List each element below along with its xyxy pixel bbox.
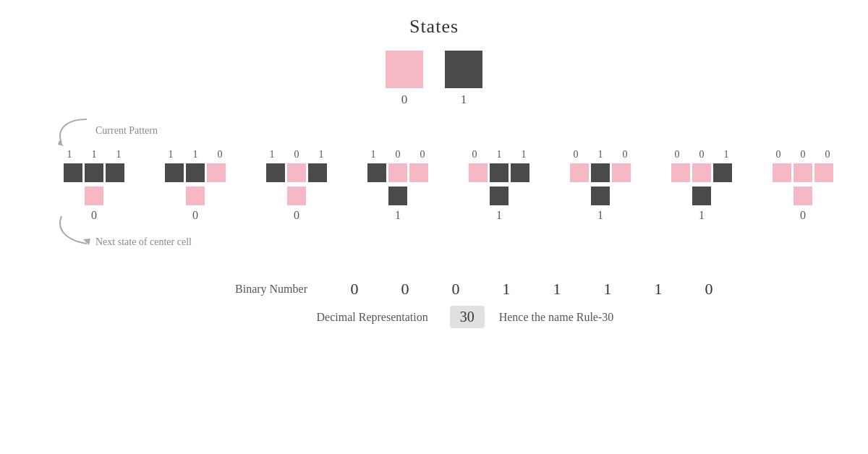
rule-6-cell-2 — [713, 163, 732, 182]
rule-2-bit-0: 1 — [263, 149, 281, 160]
rule-2-bit-2: 1 — [312, 149, 331, 160]
binary-val-7: 0 — [687, 280, 731, 299]
rule-4-cell-1 — [490, 163, 509, 182]
rule-7-result-label: 0 — [800, 209, 806, 222]
rule-0-cell-0 — [64, 163, 82, 182]
rule-0-result-cell — [85, 187, 103, 205]
rule-3-result-label: 1 — [395, 209, 401, 222]
rule-3-bit-1: 0 — [388, 149, 407, 160]
binary-row: Binary Number 00011110 — [43, 280, 854, 299]
binary-val-1: 0 — [383, 280, 427, 299]
rule-item-3: 1001 — [364, 149, 432, 222]
state-1-label: 1 — [461, 93, 467, 107]
binary-val-0: 0 — [333, 280, 376, 299]
binary-val-2: 0 — [434, 280, 477, 299]
rule-6-result-label: 1 — [699, 209, 705, 222]
rule-3-result-cell — [388, 187, 407, 205]
rule-7-bit-1: 0 — [793, 149, 812, 160]
rule-5-bit-1: 1 — [591, 149, 610, 160]
rule-3-bit-0: 1 — [364, 149, 383, 160]
rule-4-bit-0: 0 — [465, 149, 484, 160]
rule-item-6: 0011 — [668, 149, 736, 222]
state-0-cell — [386, 51, 423, 88]
rule-3-bit-2: 0 — [413, 149, 432, 160]
rule-5-bit-0: 0 — [566, 149, 585, 160]
binary-val-5: 1 — [586, 280, 629, 299]
rules-row: 11101100101010010111010100110000 — [43, 149, 854, 222]
rule-item-2: 1010 — [263, 149, 331, 222]
state-0: 0 — [386, 51, 423, 107]
rule-4-bit-2: 1 — [514, 149, 533, 160]
rule-7-cell-1 — [793, 163, 812, 182]
rule-1-cell-2 — [207, 163, 226, 182]
page-title: States — [0, 0, 868, 38]
rule-2-cell-0 — [266, 163, 285, 182]
rule-2-cell-1 — [287, 163, 306, 182]
svg-marker-1 — [83, 239, 90, 245]
rule-2-cell-2 — [308, 163, 327, 182]
rule-3-cell-0 — [367, 163, 386, 182]
rule-1-bit-2: 0 — [210, 149, 229, 160]
rule-5-cell-1 — [591, 163, 610, 182]
rule-item-4: 0111 — [465, 149, 533, 222]
binary-val-6: 1 — [637, 280, 680, 299]
rule-2-bit-1: 0 — [287, 149, 306, 160]
binary-number-label: Binary Number — [163, 283, 307, 296]
rule-4-cell-0 — [469, 163, 488, 182]
state-1: 1 — [445, 51, 482, 107]
rule-7-cell-0 — [773, 163, 791, 182]
rules-container: Current Pattern 111011001010100101110101… — [0, 121, 868, 258]
binary-val-3: 1 — [485, 280, 528, 299]
rule-7-result-cell — [793, 187, 812, 205]
binary-val-4: 1 — [535, 280, 579, 299]
rule-item-1: 1100 — [161, 149, 229, 222]
rule-1-result-label: 0 — [192, 209, 198, 222]
rule-1-bit-0: 1 — [161, 149, 180, 160]
states-row: 0 1 — [0, 51, 868, 107]
rule-1-result-cell — [186, 187, 205, 205]
rule-5-cell-0 — [570, 163, 589, 182]
rule-4-bit-1: 1 — [490, 149, 509, 160]
rule-4-result-cell — [490, 187, 509, 205]
rule-5-result-label: 1 — [597, 209, 603, 222]
rule-6-bit-2: 1 — [717, 149, 736, 160]
rule-2-result-label: 0 — [294, 209, 299, 222]
rule-5-cell-2 — [612, 163, 631, 182]
state-1-cell — [445, 51, 482, 88]
rule-7-bit-2: 0 — [818, 149, 837, 160]
rule-7-cell-2 — [814, 163, 833, 182]
next-state-arrow — [51, 207, 94, 247]
rule-5-result-cell — [591, 187, 610, 205]
decimal-row: Decimal Representation 30 Hence the name… — [43, 306, 854, 328]
rule-0-cell-2 — [106, 163, 124, 182]
rule-3-cell-2 — [409, 163, 428, 182]
hence-text: Hence the name Rule-30 — [499, 311, 614, 324]
rule-6-result-cell — [692, 187, 711, 205]
state-0-label: 0 — [401, 93, 408, 107]
rule-3-cell-1 — [388, 163, 407, 182]
next-state-label: Next state of center cell — [95, 236, 192, 248]
rule-6-bit-0: 0 — [668, 149, 686, 160]
rule-5-bit-2: 0 — [616, 149, 634, 160]
rule-1-cell-0 — [165, 163, 184, 182]
rule-6-cell-0 — [671, 163, 690, 182]
decimal-badge: 30 — [450, 306, 485, 328]
current-pattern-arrow — [51, 116, 94, 152]
rule-7-bit-0: 0 — [769, 149, 788, 160]
rule-2-result-cell — [287, 187, 306, 205]
rule-1-cell-1 — [186, 163, 205, 182]
rule-0-cell-1 — [85, 163, 103, 182]
binary-values: 00011110 — [329, 280, 734, 299]
rule-1-bit-1: 1 — [186, 149, 205, 160]
binary-section: Binary Number 00011110 Decimal Represent… — [0, 280, 868, 328]
rule-0-bit-2: 1 — [109, 149, 128, 160]
rule-6-bit-1: 0 — [692, 149, 711, 160]
rule-4-cell-2 — [511, 163, 529, 182]
current-pattern-label: Current Pattern — [95, 125, 158, 137]
rule-4-result-label: 1 — [496, 209, 502, 222]
rule-item-5: 0101 — [566, 149, 634, 222]
rule-6-cell-1 — [692, 163, 711, 182]
decimal-label: Decimal Representation — [284, 311, 428, 324]
rule-item-7: 0000 — [769, 149, 837, 222]
